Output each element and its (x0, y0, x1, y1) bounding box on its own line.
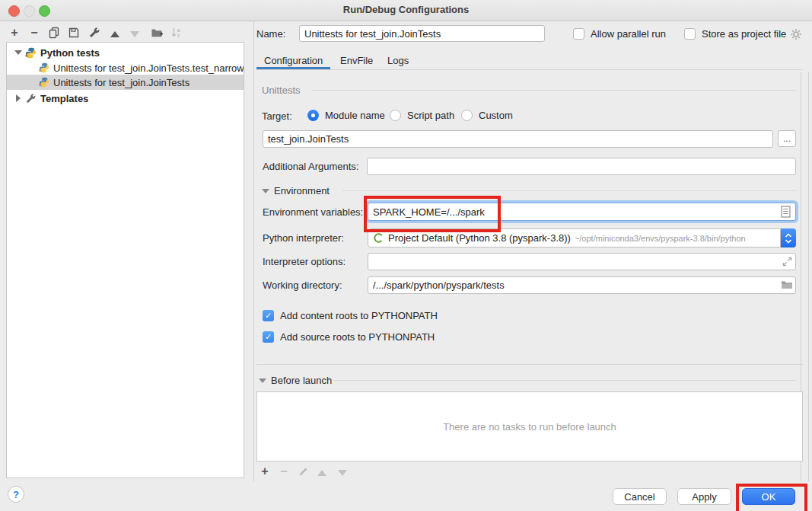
environment-section-header[interactable]: Environment (262, 185, 330, 196)
interpreter-options-input[interactable] (368, 253, 796, 270)
svg-text:a: a (177, 27, 180, 33)
conda-environment-icon (373, 232, 384, 244)
edit-templates-button[interactable] (87, 25, 102, 40)
tree-group-python-tests[interactable]: Python tests (7, 45, 244, 60)
radio-selected-icon[interactable] (307, 110, 319, 121)
python-test-icon (39, 62, 49, 73)
plus-icon: + (261, 465, 268, 478)
target-module-input[interactable] (263, 130, 773, 148)
add-content-roots-checkbox[interactable]: ✓ Add content roots to PYTHONPATH (263, 310, 438, 321)
move-task-down-button[interactable] (335, 465, 350, 481)
section-rule (312, 90, 796, 91)
chevron-expanded-icon[interactable] (14, 50, 22, 55)
tree-item-label: Unittests for test_join.JoinTests.test_n… (53, 62, 244, 74)
check-icon: ✓ (265, 311, 272, 321)
before-launch-task-list: There are no tasks to run before launch (256, 391, 803, 461)
window-title: Run/Debug Configurations (0, 4, 812, 15)
unittests-section-title: Unittests (262, 85, 301, 96)
python-tests-icon (25, 47, 37, 59)
section-rule (342, 190, 796, 191)
store-as-project-file-label: Store as project file (702, 28, 786, 40)
tab-logs[interactable]: Logs (387, 55, 409, 66)
expand-arrows-icon (782, 257, 792, 267)
name-input[interactable] (299, 25, 545, 42)
radio-unselected-icon[interactable] (461, 110, 473, 121)
additional-arguments-input[interactable] (367, 158, 796, 175)
move-task-up-button[interactable] (314, 465, 330, 481)
plus-icon: + (11, 26, 18, 40)
store-options-button[interactable] (790, 28, 802, 40)
move-up-button[interactable] (107, 27, 123, 42)
copy-icon (48, 27, 60, 39)
checkbox-checked-icon[interactable]: ✓ (263, 331, 274, 343)
help-button[interactable]: ? (8, 486, 24, 503)
radio-module-name[interactable]: Module name (307, 110, 385, 121)
ok-button[interactable]: OK (742, 488, 795, 505)
radio-custom-label: Custom (479, 110, 513, 121)
active-tab-underline (256, 67, 330, 69)
save-configuration-button[interactable] (66, 25, 81, 40)
radio-module-name-label: Module name (325, 110, 385, 121)
tree-group-templates[interactable]: Templates (7, 91, 244, 106)
interpreter-dropdown-button[interactable] (781, 228, 796, 248)
question-mark-icon: ? (13, 489, 19, 500)
remove-configuration-button[interactable]: − (27, 25, 42, 40)
store-as-project-file-checkbox[interactable]: Store as project file (684, 28, 786, 40)
allow-parallel-run-checkbox[interactable]: Allow parallel run (573, 28, 666, 40)
gear-icon (790, 28, 802, 40)
copy-configuration-button[interactable] (46, 25, 62, 40)
name-label: Name: (256, 28, 285, 40)
cancel-button[interactable]: Cancel (613, 488, 667, 505)
add-source-roots-checkbox[interactable]: ✓ Add source roots to PYTHONPATH (263, 331, 435, 343)
arrow-down-icon (130, 31, 139, 37)
radio-script-path-label: Script path (407, 110, 454, 121)
python-interpreter-path: ~/opt/miniconda3/envs/pyspark-3.8/bin/py… (575, 234, 746, 243)
add-configuration-button[interactable]: + (7, 25, 22, 40)
tab-configuration[interactable]: Configuration (264, 55, 323, 66)
tree-item-jointests-selected[interactable]: Unittests for test_join.JoinTests (7, 75, 244, 90)
add-task-button[interactable]: + (257, 464, 272, 479)
browse-directory-button[interactable] (781, 279, 793, 290)
title-bar: Run/Debug Configurations (0, 0, 812, 21)
working-directory-input[interactable] (368, 276, 796, 294)
create-folder-button[interactable] (149, 25, 164, 40)
tab-envfile[interactable]: EnvFile (340, 55, 373, 66)
arrow-up-icon (110, 31, 119, 37)
configurations-tree: Python tests Unittests for test_join.Joi… (6, 42, 244, 478)
section-rule (333, 380, 796, 381)
checkbox-unchecked-icon[interactable] (573, 28, 584, 40)
environment-variables-input[interactable] (368, 203, 796, 221)
remove-task-button[interactable]: − (276, 464, 291, 479)
move-down-button[interactable] (127, 27, 142, 42)
before-launch-section-header[interactable]: Before launch (259, 375, 332, 386)
wrench-icon (88, 27, 100, 39)
radio-unselected-icon[interactable] (390, 110, 401, 121)
interpreter-options-label: Interpreter options: (263, 256, 345, 267)
before-launch-empty-message: There are no tasks to run before launch (443, 421, 616, 433)
edit-environment-variables-button[interactable] (781, 206, 791, 218)
python-interpreter-select[interactable]: Project Default (Python 3.8 (pyspark-3.8… (368, 228, 781, 248)
expand-field-button[interactable] (782, 257, 792, 267)
edit-task-button[interactable] (296, 464, 311, 479)
arrow-up-icon (317, 470, 326, 476)
chevron-collapsed-icon[interactable] (16, 94, 21, 102)
chevron-expanded-icon[interactable] (262, 189, 269, 193)
run-debug-configurations-dialog: Run/Debug Configurations + − a z (0, 0, 812, 511)
panel-divider (253, 21, 254, 481)
sort-configurations-button[interactable]: a z (169, 25, 184, 40)
browse-module-button[interactable]: ... (778, 130, 796, 147)
apply-button[interactable]: Apply (677, 488, 731, 505)
python-interpreter-label: Python interpreter: (263, 232, 344, 244)
radio-script-path[interactable]: Script path (390, 110, 454, 121)
save-icon (68, 27, 80, 39)
checkbox-checked-icon[interactable]: ✓ (263, 310, 274, 321)
working-directory-label: Working directory: (263, 279, 342, 291)
tree-item-test-narrow[interactable]: Unittests for test_join.JoinTests.test_n… (7, 60, 244, 75)
radio-custom[interactable]: Custom (461, 110, 513, 121)
new-folder-icon (151, 27, 164, 39)
checkbox-unchecked-icon[interactable] (684, 28, 696, 40)
chevron-expanded-icon[interactable] (259, 378, 266, 383)
tree-item-label: Unittests for test_join.JoinTests (53, 77, 189, 88)
templates-wrench-icon (25, 93, 37, 104)
allow-parallel-run-label: Allow parallel run (591, 28, 666, 40)
